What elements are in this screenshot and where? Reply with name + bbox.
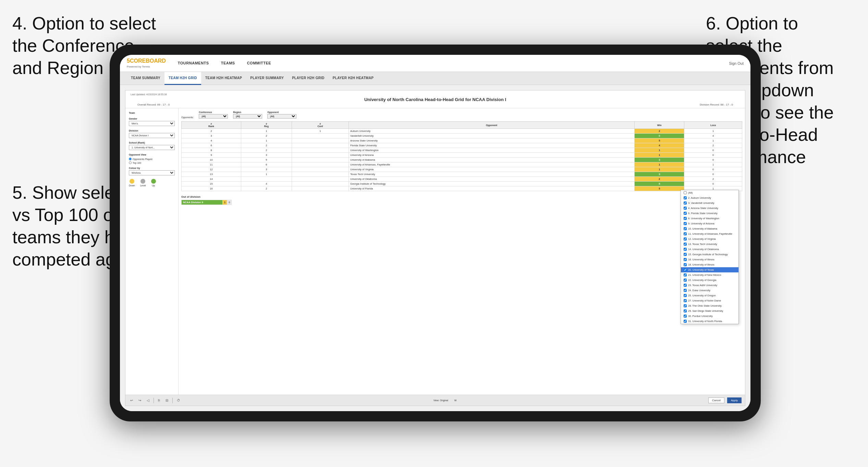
dropdown-item[interactable]: (All) <box>681 190 738 195</box>
dropdown-checkbox[interactable] <box>684 299 687 302</box>
division-select[interactable]: NCAA Division I <box>129 133 175 138</box>
table-area[interactable]: Opponents: Conference (All) Region ( <box>179 108 745 395</box>
dropdown-checkbox[interactable] <box>684 248 687 251</box>
dropdown-item[interactable]: 8. University of Washington <box>681 216 738 221</box>
dropdown-item[interactable]: 11. University of Arkansas, Fayetteville <box>681 231 738 236</box>
dropdown-checkbox[interactable] <box>684 279 687 282</box>
apply-button[interactable]: Apply <box>727 397 742 403</box>
subnav-player-h2h-heatmap[interactable]: PLAYER H2H HEATMAP <box>329 72 378 85</box>
dropdown-item[interactable]: 24. Duke University <box>681 288 738 293</box>
td-loss: 1 <box>684 138 742 143</box>
dropdown-item[interactable]: 27. University of Notre Dame <box>681 298 738 303</box>
nav-tournaments[interactable]: TOURNAMENTS <box>176 55 211 72</box>
dropdown-checkbox[interactable] <box>684 315 687 318</box>
nav-committee[interactable]: COMMITTEE <box>245 55 273 72</box>
dropdown-checkbox[interactable] <box>684 320 687 323</box>
dropdown-item[interactable]: 25. University of Oregon <box>681 293 738 298</box>
dropdown-checkbox[interactable] <box>684 232 687 235</box>
dropdown-item-label: 13. Texas Tech University <box>688 243 717 246</box>
colour-select[interactable]: Win/loss <box>129 170 175 175</box>
nav-teams[interactable]: TEAMS <box>219 55 237 72</box>
subnav-team-h2h-heatmap[interactable]: TEAM H2H HEATMAP <box>201 72 246 85</box>
filter-group-division: Division NCAA Division I <box>129 130 175 138</box>
dropdown-item[interactable]: 9. University of Arizona <box>681 221 738 226</box>
dropdown-checkbox[interactable] <box>684 212 687 215</box>
dropdown-item[interactable]: 29. San Diego State University <box>681 308 738 314</box>
dropdown-checkbox[interactable] <box>684 309 687 312</box>
dropdown-item[interactable]: 21. University of New Mexico <box>681 272 738 278</box>
subnav-team-summary[interactable]: TEAM SUMMARY <box>127 72 164 85</box>
nav-signout[interactable]: Sign Out <box>729 61 744 65</box>
dropdown-item[interactable]: 3. Vanderbilt University <box>681 200 738 206</box>
toolbar-redo[interactable]: ↪ <box>137 398 143 403</box>
radio-opponents-played[interactable]: Opponents Played <box>129 158 175 160</box>
dropdown-checkbox[interactable] <box>684 289 687 292</box>
dropdown-checkbox[interactable] <box>684 294 687 297</box>
dropdown-item[interactable]: 22. University of Georgia <box>681 278 738 283</box>
dropdown-item[interactable]: 28. The Ohio State University <box>681 303 738 308</box>
dropdown-checkbox[interactable] <box>684 304 687 307</box>
dropdown-item[interactable]: 30. Purdue University <box>681 314 738 319</box>
dropdown-checkbox[interactable] <box>684 284 687 287</box>
dropdown-item[interactable]: 4. Arizona State University <box>681 206 738 211</box>
dropdown-checkbox[interactable] <box>684 263 687 266</box>
dropdown-item-label: 15. Georgia Institute of Technology <box>688 253 728 256</box>
dropdown-checkbox[interactable] <box>684 217 687 220</box>
gender-select[interactable]: Men's <box>129 121 175 126</box>
dropdown-item[interactable]: 20. University of Texas <box>681 267 738 272</box>
dropdown-checkbox[interactable] <box>684 258 687 261</box>
td-conf <box>292 162 349 167</box>
subnav-player-h2h-grid[interactable]: PLAYER H2H GRID <box>288 72 329 85</box>
dropdown-checkbox[interactable] <box>684 196 687 199</box>
dropdown-checkbox[interactable] <box>684 227 687 230</box>
th-loss: Loss <box>684 122 742 129</box>
dropdown-item[interactable]: 23. Texas A&M University <box>681 283 738 288</box>
dropdown-checkbox[interactable] <box>684 243 687 246</box>
toolbar-copy[interactable]: ⎘ <box>157 398 161 403</box>
opponent-dropdown[interactable]: (All)2. Auburn University3. Vanderbilt U… <box>681 190 739 324</box>
dropdown-item[interactable]: 14. University of Oklahoma <box>681 247 738 252</box>
dropdown-item[interactable]: 13. Texas Tech University <box>681 242 738 247</box>
td-win: 2 <box>635 129 684 134</box>
toolbar-undo[interactable]: ↩ <box>129 398 134 403</box>
dropdown-item[interactable]: 10. University of Alabama <box>681 226 738 231</box>
dropdown-item[interactable]: 18. University of Illinois <box>681 262 738 267</box>
td-conf <box>292 143 349 148</box>
dropdown-checkbox[interactable] <box>684 237 687 241</box>
dropdown-item[interactable]: 15. Georgia Institute of Technology <box>681 252 738 257</box>
cancel-button[interactable]: Cancel <box>708 397 724 403</box>
dropdown-item[interactable]: 2. Auburn University <box>681 195 738 200</box>
dropdown-checkbox[interactable] <box>684 268 687 271</box>
dropdown-item-label: 8. University of Washington <box>688 217 719 220</box>
dropdown-checkbox[interactable] <box>684 253 687 256</box>
th-win: Win <box>635 122 684 129</box>
dropdown-item[interactable]: 12. University of Virginia <box>681 236 738 242</box>
dropdown-checkbox[interactable] <box>684 191 687 194</box>
td-rank: 6 <box>182 143 241 148</box>
region-filter-select[interactable]: (All) <box>233 114 262 119</box>
radio-top100[interactable]: Top 100 <box>129 161 175 164</box>
dropdown-checkbox[interactable] <box>684 207 687 210</box>
toolbar-clock[interactable]: ⏱ <box>175 398 182 403</box>
dropdown-item-label: 22. University of Georgia <box>688 279 717 282</box>
subnav-team-h2h-grid[interactable]: TEAM H2H GRID <box>164 72 201 85</box>
school-select[interactable]: 1. University of Nort... <box>129 145 175 150</box>
subnav-player-summary[interactable]: PLAYER SUMMARY <box>246 72 288 85</box>
division-label: Division <box>129 130 175 132</box>
dropdown-item[interactable]: 16. University of Illinois <box>681 257 738 262</box>
td-loss: 4 <box>684 134 742 138</box>
dropdown-item[interactable]: 31. University of North Florida <box>681 319 738 324</box>
opponent-filter-select[interactable]: (All) <box>267 114 296 119</box>
dropdown-item[interactable]: 6. Florida State University <box>681 211 738 216</box>
td-opponent: Florida State University <box>349 143 635 148</box>
dropdown-checkbox[interactable] <box>684 201 687 205</box>
conference-filter-select[interactable]: (All) <box>199 114 228 119</box>
dropdown-checkbox[interactable] <box>684 222 687 225</box>
td-reg: 5 <box>241 158 292 162</box>
dropdown-checkbox[interactable] <box>684 273 687 276</box>
toolbar-back[interactable]: ◁ <box>145 398 151 403</box>
color-dots: Down Level Up <box>129 179 175 187</box>
dropdown-item-label: 30. Purdue University <box>688 315 713 318</box>
filter-row: Opponents: Conference (All) Region ( <box>181 111 742 119</box>
toolbar-paste[interactable]: ⊟ <box>164 398 170 403</box>
